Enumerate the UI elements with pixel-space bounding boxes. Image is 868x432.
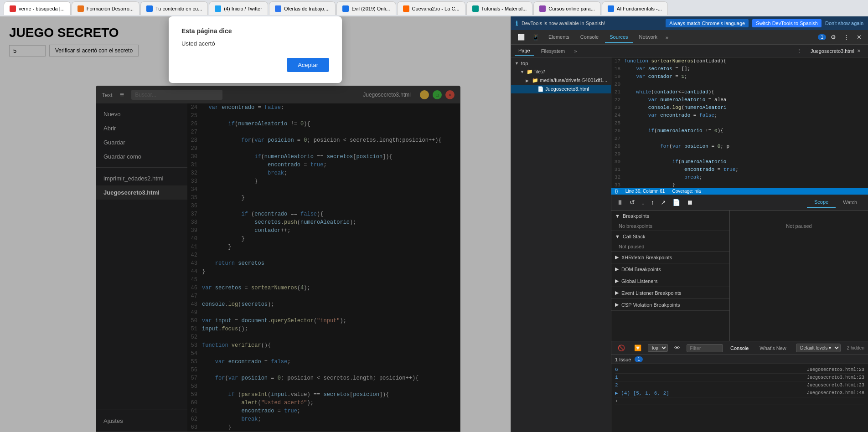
tab-console[interactable]: Console — [576, 31, 603, 43]
console-context-select[interactable]: top — [648, 344, 668, 352]
step-button[interactable]: ↗ — [659, 198, 668, 207]
tab-favicon — [146, 5, 153, 12]
chevron-down-icon: ▼ — [615, 213, 620, 219]
devtools-menu-icon[interactable]: ⋮ — [795, 48, 803, 53]
tab-label: (4) Inicio / Twitter — [224, 6, 262, 11]
global-listeners-header[interactable]: ▶ Global Listeners — [611, 275, 729, 287]
tree-item-media[interactable]: ▶ 📁 media/fuse/drivefs-54001df1... — [511, 76, 611, 85]
tree-item-file[interactable]: ▼ 📁 file:// — [511, 67, 611, 76]
tree-item-juego[interactable]: 📄 Juegosecreto3.html — [511, 85, 611, 93]
webpage: JUEGO SECRETO Verificar si acertó con el… — [0, 16, 511, 432]
device-toolbar-button[interactable]: 📱 — [529, 32, 542, 42]
tab-7[interactable]: Cuevana2.io - La C... — [397, 1, 465, 15]
console-levels-select[interactable]: Default levels ▾ — [796, 344, 841, 352]
dialog-ok-button[interactable]: Aceptar — [287, 58, 329, 72]
tab-sources[interactable]: Sources — [605, 31, 632, 43]
tab-8[interactable]: Tutorials - Material... — [466, 1, 533, 15]
dt-code-line: 18 var secretos = []; — [611, 65, 868, 73]
always-match-button[interactable]: Always match Chrome's language — [666, 19, 749, 27]
tab-label: Ofertas de trabajo,... — [284, 6, 330, 11]
call-stack-label: Call Stack — [623, 234, 646, 239]
csp-violation-header[interactable]: ▶ CSP Violation Breakpoints — [611, 299, 729, 310]
pause-button[interactable]: ⏸ — [615, 198, 625, 207]
deactivate-button[interactable]: 📄 — [671, 198, 682, 207]
dt-code-line: 21 while(contador<=cantidad){ — [611, 88, 868, 96]
file-tab-item[interactable]: Juegosecreto3.html ✕ — [807, 47, 864, 55]
dt-code-line: 30 if(numeroAleatorio — [611, 158, 868, 166]
tree-arrow: ▼ — [515, 61, 519, 66]
more-options-button[interactable]: ⋮ — [841, 32, 852, 42]
event-listener-header[interactable]: ▶ Event Listener Breakpoints — [611, 287, 729, 298]
tab-4[interactable]: Ofertas de trabajo,... — [269, 1, 336, 15]
console-clear-button[interactable]: 🚫 — [615, 343, 628, 353]
tab-favicon — [539, 5, 546, 12]
close-devtools-button[interactable]: ✕ — [854, 32, 864, 42]
dont-show-link[interactable]: Don't show again — [825, 21, 863, 26]
xhr-breakpoints-section: ▶ XHR/fetch Breakpoints — [611, 252, 729, 263]
scope-tab[interactable]: Scope — [807, 196, 836, 208]
whats-new-tab[interactable]: What's New — [756, 344, 790, 352]
subtab-filesystem[interactable]: Filesystem — [537, 46, 569, 56]
tab-label: verne - búsqueda |... — [19, 6, 65, 11]
console-tab[interactable]: Console — [727, 344, 752, 352]
call-stack-header[interactable]: ▼ Call Stack — [611, 231, 729, 242]
step-into-button[interactable]: ↓ — [640, 198, 646, 207]
console-prompt[interactable]: › — [615, 397, 864, 405]
console-value: 1 — [615, 375, 618, 380]
main-area: JUEGO SECRETO Verificar si acertó con el… — [0, 16, 868, 432]
step-out-button[interactable]: ↑ — [649, 198, 656, 207]
tab-favicon — [608, 5, 614, 12]
more-tabs-icon[interactable]: » — [664, 33, 670, 42]
dont-pause-button[interactable]: ⏹ — [685, 198, 695, 207]
dt-code-line: 28 for(var posicion = 0; p — [611, 143, 868, 150]
step-over-button[interactable]: ↺ — [628, 198, 637, 207]
tab-6[interactable]: Evil (2019) Onli... — [336, 1, 396, 15]
dt-code-line: 33 } — [611, 181, 868, 188]
dt-code-line: 25 — [611, 119, 868, 127]
notification-badge: 1 — [818, 34, 826, 40]
settings-button[interactable]: ⚙ — [828, 32, 839, 42]
csp-violation-label: CSP Violation Breakpoints — [621, 302, 680, 308]
console-eye-button[interactable]: 👁 — [672, 343, 683, 353]
tab-active[interactable]: verne - búsqueda |... — [4, 1, 71, 15]
console-link[interactable]: Juegosecreto3.html:23 — [807, 367, 864, 372]
switch-devtools-button[interactable]: Switch DevTools to Spanish — [752, 19, 822, 27]
dt-code-line: 29 — [611, 150, 868, 158]
chevron-down-icon: ▼ — [615, 234, 620, 239]
devtools-toolbar: ⬜ 📱 Elements Console Sources Network » 1… — [511, 30, 868, 45]
tab-10[interactable]: AI Fundamentals -... — [602, 1, 668, 15]
xhr-breakpoints-header[interactable]: ▶ XHR/fetch Breakpoints — [611, 252, 729, 263]
dt-code-line: 17function sortearNumeros(cantidad){ — [611, 57, 868, 65]
scope-watch-tabs: Scope Watch — [807, 196, 864, 208]
tab-1[interactable]: Formación Desarro... — [72, 1, 140, 15]
file-tab-close[interactable]: ✕ — [857, 48, 861, 53]
global-listeners-section: ▶ Global Listeners — [611, 275, 729, 287]
tab-favicon — [275, 5, 281, 12]
console-filter-input[interactable] — [687, 344, 723, 352]
breakpoints-label: Breakpoints — [623, 213, 649, 219]
dom-breakpoints-header[interactable]: ▶ DOM Breakpoints — [611, 263, 729, 275]
console-entry: ▶ (4) [5, 1, 6, 2] Juegosecreto3.html:48 — [615, 389, 864, 397]
dt-code-line: 23 console.log(numeroAleatori — [611, 104, 868, 112]
subtab-more-icon[interactable]: » — [574, 48, 577, 54]
console-link[interactable]: Juegosecreto3.html:23 — [807, 375, 864, 380]
devtools-main: ▼ top ▼ 📁 file:// ▶ 📁 media/fuse/drivefs… — [511, 57, 868, 432]
tab-favicon — [403, 5, 409, 12]
tab-network[interactable]: Network — [635, 31, 662, 43]
tab-2[interactable]: Tu contenido en cu... — [140, 1, 208, 15]
debugger-toolbar: ⏸ ↺ ↓ ↑ ↗ 📄 ⏹ Scope Watch — [611, 195, 868, 211]
tree-item-top[interactable]: ▼ top — [511, 59, 611, 67]
breakpoints-header[interactable]: ▼ Breakpoints — [611, 211, 729, 221]
console-filter-button[interactable]: 🔽 — [631, 343, 644, 353]
inspect-icon-button[interactable]: ⬜ — [515, 32, 527, 42]
dt-code-line: 19 var contador = 1; — [611, 73, 868, 81]
subtab-page[interactable]: Page — [515, 46, 534, 56]
tab-9[interactable]: Cursos online para... — [533, 1, 601, 15]
tab-elements[interactable]: Elements — [544, 31, 574, 43]
tab-3[interactable]: (4) Inicio / Twitter — [209, 1, 268, 15]
watch-tab[interactable]: Watch — [836, 197, 864, 208]
console-link[interactable]: Juegosecreto3.html:48 — [807, 391, 864, 396]
issue-count-badge: 1 — [635, 356, 643, 362]
console-link[interactable]: Juegosecreto3.html:23 — [807, 383, 864, 388]
not-paused-label: Not paused — [734, 214, 864, 238]
